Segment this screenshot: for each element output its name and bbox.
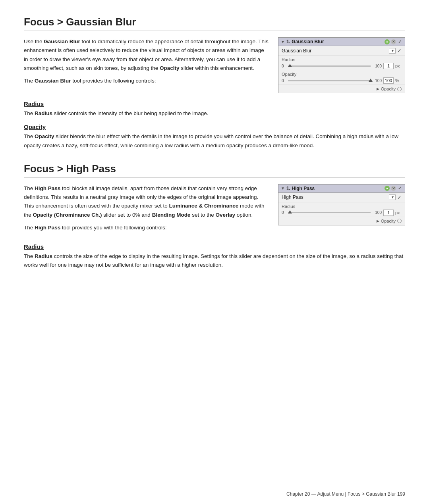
panel1-opacity-footer-label: Opacity — [381, 87, 396, 91]
page-content: Focus > Gaussian Blur Use the Gaussian B… — [0, 0, 429, 297]
panel2-triangle-icon: ▼ — [281, 186, 285, 190]
panel1-radius-label: Radius — [282, 57, 402, 62]
section1-opacity-text: The Opacity slider blends the blur effec… — [24, 132, 405, 150]
section1-panel: ▼ 1. Gaussian Blur ● ✕ ✓ Gaussian Blur ▼… — [278, 37, 405, 93]
panel2-radius-thumb — [288, 210, 292, 214]
panel1-green-dot[interactable]: ● — [385, 39, 390, 44]
panel1-radius-max: 100 — [373, 64, 382, 68]
section2-text: The High Pass tool blocks all image deta… — [24, 184, 269, 236]
panel1-header-title: 1. Gaussian Blur — [286, 39, 383, 44]
panel2-type-label: High Pass — [282, 194, 387, 200]
section1-radius-text: The Radius slider controls the intensity… — [24, 109, 405, 118]
panel1-close-icon[interactable]: ✕ — [391, 39, 396, 44]
panel2-radius-input[interactable]: 1 — [383, 210, 394, 216]
panel2-header-title: 1. High Pass — [286, 186, 383, 191]
panel1-type-check: ✓ — [397, 48, 402, 54]
panel1-radius-thumb — [288, 64, 292, 67]
panel2-radius-slider[interactable] — [288, 212, 371, 213]
panel1-radius-track-row: 0 100 1 px — [282, 63, 402, 69]
section1-intro: Use the Gaussian Blur tool to dramatical… — [24, 37, 269, 73]
section2-title: Focus > High Pass — [24, 163, 405, 178]
high-pass-panel: ▼ 1. High Pass ● ✕ ✓ High Pass ▼ ✓ — [278, 184, 405, 225]
panel2-radius-row: Radius 0 100 1 px — [278, 202, 405, 217]
panel1-opacity-thumb — [369, 79, 373, 82]
panel1-opacity-slider[interactable] — [288, 80, 371, 81]
panel2-radius-label: Radius — [282, 204, 402, 209]
panel2-opacity-footer: ▶ Opacity — [278, 217, 405, 225]
panel2-radius-track-row: 0 100 1 px — [282, 210, 402, 216]
panel2-dropdown-arrow-icon: ▼ — [391, 195, 394, 199]
panel1-check-icon[interactable]: ✓ — [397, 39, 402, 44]
panel2-radius-max: 100 — [373, 210, 382, 215]
panel1-opacity-track-row: 0 100 100 % — [282, 77, 402, 84]
panel2-icons: ● ✕ ✓ — [385, 186, 402, 191]
section1-radius-title: Radius — [24, 100, 405, 107]
section2-radius-subsection: Radius The Radius controls the size of t… — [24, 243, 405, 270]
section1-text: Use the Gaussian Blur tool to dramatical… — [24, 37, 269, 93]
panel1-icons: ● ✕ ✓ — [385, 39, 402, 44]
panel1-radius-slider[interactable] — [288, 65, 371, 67]
panel2-opacity-radio[interactable] — [397, 219, 402, 223]
page-footer: Chapter 20 — Adjust Menu | Focus > Gauss… — [0, 488, 429, 497]
panel1-type-dropdown[interactable]: ▼ — [389, 48, 396, 54]
panel1-opacity-max: 100 — [373, 79, 382, 83]
panel1-type-row: Gaussian Blur ▼ ✓ — [278, 46, 405, 56]
gaussian-blur-panel: ▼ 1. Gaussian Blur ● ✕ ✓ Gaussian Blur ▼… — [278, 37, 405, 93]
panel2-opacity-triangle-icon: ▶ — [377, 219, 379, 223]
section1-provides: The Gaussian Blur tool provides the foll… — [24, 77, 269, 85]
panel1-opacity-label: Opacity — [282, 72, 402, 77]
section2-block: The High Pass tool blocks all image deta… — [24, 184, 405, 236]
section1-opacity-title: Opacity — [24, 123, 405, 130]
panel2-radius-min: 0 — [282, 210, 286, 215]
section1-opacity-subsection: Opacity The Opacity slider blends the bl… — [24, 123, 405, 150]
panel2-check-icon[interactable]: ✓ — [397, 186, 402, 191]
section1-block: Use the Gaussian Blur tool to dramatical… — [24, 37, 405, 93]
panel2-radius-unit: px — [395, 210, 402, 215]
panel1-radius-row: Radius 0 100 1 px — [278, 56, 405, 70]
panel2-green-dot[interactable]: ● — [385, 186, 390, 191]
panel1-opacity-unit: % — [395, 78, 402, 83]
section2-intro: The High Pass tool blocks all image deta… — [24, 184, 269, 219]
panel1-opacity-input[interactable]: 100 — [383, 77, 394, 84]
panel1-radius-min: 0 — [282, 64, 286, 68]
section2-radius-text: The Radius controls the size of the edge… — [24, 252, 405, 270]
panel2-type-row: High Pass ▼ ✓ — [278, 193, 405, 202]
section1-radius-subsection: Radius The Radius slider controls the in… — [24, 100, 405, 118]
panel1-header: ▼ 1. Gaussian Blur ● ✕ ✓ — [278, 38, 405, 46]
footer-text: Chapter 20 — Adjust Menu | Focus > Gauss… — [286, 491, 405, 497]
panel1-opacity-footer: ▶ Opacity — [278, 85, 405, 93]
panel1-radius-unit: px — [395, 63, 402, 68]
panel2-close-icon[interactable]: ✕ — [391, 186, 396, 191]
panel2-header: ▼ 1. High Pass ● ✕ ✓ — [278, 185, 405, 193]
section2-radius-title: Radius — [24, 243, 405, 250]
panel1-opacity-row: Opacity 0 100 100 % — [278, 70, 405, 85]
panel1-type-label: Gaussian Blur — [282, 48, 387, 54]
panel2-type-dropdown[interactable]: ▼ — [389, 194, 396, 200]
section1-title: Focus > Gaussian Blur — [24, 16, 405, 31]
panel2-type-check: ✓ — [397, 194, 402, 200]
section2-panel: ▼ 1. High Pass ● ✕ ✓ High Pass ▼ ✓ — [278, 184, 405, 236]
section2-provides: The High Pass tool provides you with the… — [24, 223, 269, 232]
panel2-opacity-footer-label: Opacity — [381, 219, 396, 223]
panel1-opacity-triangle-icon: ▶ — [377, 87, 379, 91]
panel1-opacity-radio[interactable] — [397, 87, 402, 91]
panel1-opacity-min: 0 — [282, 79, 286, 83]
panel1-dropdown-arrow-icon: ▼ — [391, 49, 394, 53]
panel1-triangle-icon: ▼ — [281, 40, 285, 44]
panel1-radius-input[interactable]: 1 — [383, 63, 394, 69]
